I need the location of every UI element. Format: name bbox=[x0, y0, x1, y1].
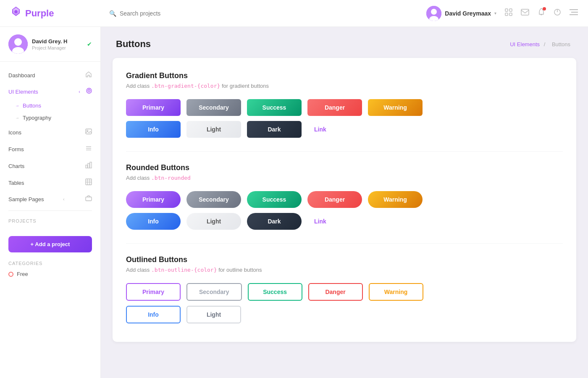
svg-point-15 bbox=[89, 90, 89, 91]
sidebar-sub-typography[interactable]: → Typography bbox=[15, 112, 100, 124]
target-icon bbox=[86, 88, 92, 95]
gradient-btn-row-2: Info Light Dark Link bbox=[126, 121, 563, 138]
page-header: Buttons UI Elements / Buttons bbox=[101, 27, 588, 58]
sidebar-item-charts[interactable]: Charts bbox=[0, 158, 100, 174]
svg-rect-29 bbox=[86, 197, 92, 201]
outlined-desc-class: .btn-outline-{color} bbox=[151, 267, 217, 273]
sidebar-item-tables[interactable]: Tables bbox=[0, 174, 100, 191]
logo-area: Purple bbox=[10, 6, 102, 21]
rounded-desc: Add class .btn-rounded bbox=[126, 175, 563, 181]
mail-icon[interactable] bbox=[521, 9, 529, 18]
section-divider-1 bbox=[126, 151, 563, 152]
svg-rect-3 bbox=[505, 9, 508, 11]
btn-gradient-info[interactable]: Info bbox=[126, 121, 181, 138]
gradient-btn-row-1: Primary Secondary Success Danger Warning bbox=[126, 99, 563, 116]
btn-gradient-dark[interactable]: Dark bbox=[247, 121, 302, 138]
svg-rect-4 bbox=[509, 9, 512, 11]
gradient-section: Gradient Buttons Add class .btn-gradient… bbox=[126, 71, 563, 138]
bell-icon[interactable] bbox=[538, 8, 545, 18]
avatar bbox=[426, 6, 441, 21]
btn-rounded-dark[interactable]: Dark bbox=[247, 213, 302, 230]
dashboard-label: Dashboard bbox=[8, 72, 35, 79]
btn-gradient-warning[interactable]: Warning bbox=[368, 99, 423, 116]
bell-badge bbox=[543, 7, 546, 10]
verified-icon: ✔ bbox=[87, 41, 92, 47]
sidebar-free-item[interactable]: Free bbox=[0, 268, 100, 281]
sidebar-user-name: David Grey. H bbox=[32, 38, 67, 45]
topnav: Purple 🔍 David Greymaax ▾ bbox=[0, 0, 588, 27]
btn-outlined-success[interactable]: Success bbox=[248, 283, 302, 301]
forms-label: Forms bbox=[8, 146, 24, 152]
btn-outlined-info[interactable]: Info bbox=[126, 306, 181, 323]
app-title: Purple bbox=[25, 8, 54, 19]
chevron-left-icon2: ‹ bbox=[63, 197, 65, 202]
search-icon: 🔍 bbox=[109, 10, 116, 17]
breadcrumb-separator: / bbox=[544, 41, 546, 47]
sidebar-profile: David Grey. H Project Manager ✔ bbox=[0, 27, 100, 62]
btn-rounded-secondary[interactable]: Secondary bbox=[186, 191, 241, 208]
svg-rect-6 bbox=[509, 13, 512, 16]
sidebar-item-forms[interactable]: Forms bbox=[0, 141, 100, 158]
sidebar-item-icons[interactable]: Icons bbox=[0, 124, 100, 141]
outlined-btn-row-1: Primary Secondary Success Danger Warning bbox=[126, 283, 563, 301]
nav-right: David Greymaax ▾ bbox=[426, 6, 578, 21]
svg-rect-5 bbox=[505, 13, 508, 16]
btn-rounded-info[interactable]: Info bbox=[126, 213, 181, 230]
sidebar-user-role: Project Manager bbox=[32, 45, 67, 50]
btn-rounded-success[interactable]: Success bbox=[247, 191, 302, 208]
btn-outlined-warning[interactable]: Warning bbox=[369, 283, 423, 301]
main-content: Buttons UI Elements / Buttons Gradient B… bbox=[101, 27, 588, 378]
search-input[interactable] bbox=[120, 10, 220, 17]
btn-gradient-light[interactable]: Light bbox=[186, 121, 241, 138]
gradient-desc-class: .btn-gradient-{color} bbox=[151, 83, 220, 89]
btn-rounded-primary[interactable]: Primary bbox=[126, 191, 181, 208]
sidebar-submenu: → Buttons → Typography bbox=[0, 100, 100, 124]
outlined-desc-prefix: Add class bbox=[126, 267, 151, 273]
btn-rounded-light[interactable]: Light bbox=[186, 213, 241, 230]
expand-icon[interactable] bbox=[505, 8, 512, 18]
btn-outlined-light[interactable]: Light bbox=[186, 306, 241, 323]
user-area[interactable]: David Greymaax ▾ bbox=[426, 6, 496, 21]
svg-rect-21 bbox=[86, 165, 87, 168]
gradient-desc-suffix: for gradient buttons bbox=[220, 83, 269, 89]
divider bbox=[8, 210, 92, 211]
btn-gradient-danger[interactable]: Danger bbox=[307, 99, 362, 116]
image-icon bbox=[85, 128, 92, 136]
btn-outlined-secondary[interactable]: Secondary bbox=[186, 283, 242, 301]
svg-rect-24 bbox=[86, 179, 92, 185]
sidebar-item-ui-elements[interactable]: UI Elements ‹ bbox=[0, 84, 100, 100]
rounded-btn-row-1: Primary Secondary Success Danger Warning bbox=[126, 191, 563, 208]
hamburger-icon[interactable] bbox=[570, 9, 578, 18]
rounded-desc-prefix: Add class bbox=[126, 175, 151, 181]
section-divider-2 bbox=[126, 243, 563, 244]
btn-rounded-warning[interactable]: Warning bbox=[368, 191, 423, 208]
sidebar-item-sample-pages[interactable]: Sample Pages ‹ bbox=[0, 191, 100, 207]
svg-rect-22 bbox=[88, 163, 89, 168]
breadcrumb: UI Elements / Buttons bbox=[510, 41, 573, 47]
btn-gradient-secondary[interactable]: Secondary bbox=[186, 99, 241, 116]
categories-label: Categories bbox=[0, 257, 100, 268]
btn-outlined-danger[interactable]: Danger bbox=[308, 283, 363, 301]
sidebar-item-dashboard[interactable]: Dashboard bbox=[0, 67, 100, 84]
chevron-down-icon: ▾ bbox=[494, 11, 496, 16]
gradient-desc-prefix: Add class bbox=[126, 83, 151, 89]
sidebar-sub-buttons[interactable]: → Buttons bbox=[15, 100, 100, 112]
breadcrumb-parent[interactable]: UI Elements bbox=[510, 41, 540, 47]
sidebar-nav: Dashboard UI Elements ‹ → Buttons → bbox=[0, 62, 100, 378]
btn-outlined-primary[interactable]: Primary bbox=[126, 283, 181, 301]
sidebar: David Grey. H Project Manager ✔ Dashboar… bbox=[0, 27, 101, 378]
svg-point-17 bbox=[87, 130, 88, 131]
breadcrumb-current: Buttons bbox=[552, 41, 570, 47]
btn-rounded-link[interactable]: Link bbox=[307, 213, 333, 230]
icons-label: Icons bbox=[8, 129, 21, 136]
rounded-desc-class: .btn-rounded bbox=[151, 175, 191, 181]
btn-gradient-primary[interactable]: Primary bbox=[126, 99, 181, 116]
power-icon[interactable] bbox=[554, 8, 561, 18]
tables-label: Tables bbox=[8, 180, 24, 186]
add-project-button[interactable]: + Add a project bbox=[8, 236, 92, 252]
btn-rounded-danger[interactable]: Danger bbox=[307, 191, 362, 208]
gradient-desc: Add class .btn-gradient-{color} for grad… bbox=[126, 83, 563, 89]
grid-icon bbox=[85, 178, 92, 187]
btn-gradient-link[interactable]: Link bbox=[307, 121, 333, 138]
btn-gradient-success[interactable]: Success bbox=[247, 99, 302, 116]
